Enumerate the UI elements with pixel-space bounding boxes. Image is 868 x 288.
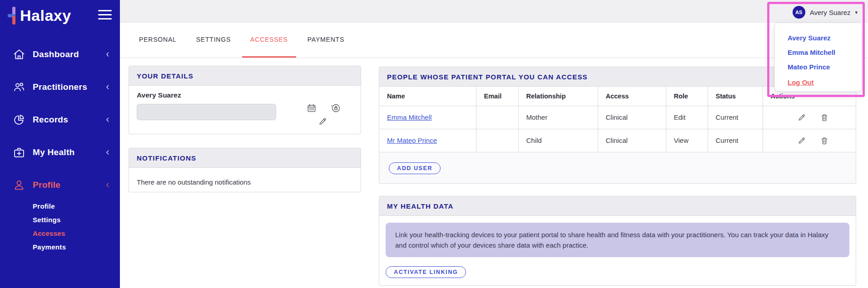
chevron-left-icon xyxy=(104,117,111,123)
halaxy-logo[interactable]: Halaxy xyxy=(7,5,71,26)
subnav-item-accesses[interactable]: Accesses xyxy=(0,227,120,240)
profile-icon xyxy=(13,179,25,191)
column-header-name: Name xyxy=(379,87,476,106)
details-field[interactable] xyxy=(137,104,276,120)
sidebar: Halaxy Dashboard Practitioners xyxy=(0,0,120,288)
subnav-item-payments[interactable]: Payments xyxy=(0,240,120,254)
caret-down-icon: ▾ xyxy=(855,10,858,15)
sidebar-item-label: Dashboard xyxy=(33,49,79,59)
delete-trash-icon[interactable] xyxy=(820,136,829,145)
menu-item-mateo-prince[interactable]: Mateo Prince xyxy=(788,60,861,74)
my-health-data-title: MY HEALTH DATA xyxy=(387,202,454,210)
user-dropdown-menu: Avery Suarez Emma Mitchell Mateo Prince … xyxy=(774,23,862,92)
notifications-title: NOTIFICATIONS xyxy=(137,154,196,162)
user-menu-trigger[interactable]: AS Avery Suarez ▾ xyxy=(793,6,858,19)
profile-subnav: Profile Settings Accesses Payments xyxy=(0,200,120,254)
sidebar-item-profile[interactable]: Profile xyxy=(0,169,120,201)
activate-linking-button[interactable]: ACTIVATE LINKING xyxy=(386,266,466,278)
table-row: Mr Mateo Prince Child Clinical View Curr… xyxy=(379,129,856,152)
cell-name: Emma Mitchell xyxy=(379,106,476,129)
sidebar-item-label: Profile xyxy=(33,180,60,190)
menu-item-emma-mitchell[interactable]: Emma Mitchell xyxy=(788,45,861,60)
avatar: AS xyxy=(793,6,805,19)
halaxy-plus-icon xyxy=(7,5,19,26)
user-name: Avery Suarez xyxy=(810,9,851,16)
sidebar-item-label: Practitioners xyxy=(33,82,87,92)
profile-tabbar: PERSONAL SETTINGS ACCESSES PAYMENTS xyxy=(120,23,868,58)
notifications-message: There are no outstanding notifications xyxy=(129,168,361,196)
halaxy-app: Halaxy Dashboard Practitioners xyxy=(0,0,868,288)
column-header-status: Status xyxy=(708,87,763,106)
cell-status: Current xyxy=(708,106,763,129)
cell-name: Mr Mateo Prince xyxy=(379,129,476,152)
calendar-icon[interactable] xyxy=(307,103,317,113)
column-header-relationship: Relationship xyxy=(518,87,598,106)
column-header-access: Access xyxy=(598,87,666,106)
sidebar-item-practitioners[interactable]: Practitioners xyxy=(0,71,120,103)
hamburger-menu-icon[interactable] xyxy=(98,10,112,20)
cell-access: Clinical xyxy=(598,129,666,152)
card-header: MY HEALTH DATA xyxy=(379,196,856,216)
home-icon xyxy=(13,48,25,61)
card-header: YOUR DETAILS xyxy=(129,66,361,86)
tab-personal[interactable]: PERSONAL xyxy=(131,23,185,58)
sidebar-item-label: My Health xyxy=(33,147,74,157)
my-health-icon xyxy=(13,146,25,159)
cell-role: View xyxy=(666,129,708,152)
chevron-left-icon xyxy=(104,182,111,188)
menu-item-avery-suarez[interactable]: Avery Suarez xyxy=(788,31,861,45)
portal-access-table: Name Email Relationship Access Role Stat… xyxy=(379,87,856,152)
sidebar-item-my-health[interactable]: My Health xyxy=(0,136,120,169)
column-header-role: Role xyxy=(666,87,708,106)
reset-password-lock-icon[interactable] xyxy=(330,103,340,112)
chevron-left-icon xyxy=(104,84,111,90)
patient-link[interactable]: Mr Mateo Prince xyxy=(387,137,437,144)
my-health-data-body: Link your health-tracking devices to you… xyxy=(379,216,856,285)
cell-actions xyxy=(763,106,856,129)
health-linking-info: Link your health-tracking devices to you… xyxy=(386,223,849,257)
tab-payments[interactable]: PAYMENTS xyxy=(299,23,352,58)
column-header-email: Email xyxy=(476,87,518,106)
chevron-left-icon xyxy=(104,51,111,58)
edit-pencil-icon[interactable] xyxy=(318,117,328,127)
delete-trash-icon[interactable] xyxy=(820,113,829,122)
card-header: NOTIFICATIONS xyxy=(129,148,361,168)
edit-pencil-icon[interactable] xyxy=(797,136,806,145)
add-user-button[interactable]: ADD USER xyxy=(389,162,441,174)
notifications-card: NOTIFICATIONS There are no outstanding n… xyxy=(129,148,361,192)
cell-relationship: Child xyxy=(518,129,598,152)
subnav-item-profile[interactable]: Profile xyxy=(0,200,120,213)
cell-actions xyxy=(763,129,856,152)
tab-accesses[interactable]: ACCESSES xyxy=(242,23,296,58)
cell-role: Edit xyxy=(666,106,708,129)
top-bar xyxy=(120,0,868,23)
your-details-title: YOUR DETAILS xyxy=(137,72,193,80)
sidebar-item-dashboard[interactable]: Dashboard xyxy=(0,38,120,71)
cell-relationship: Mother xyxy=(518,106,598,129)
portal-access-title: PEOPLE WHOSE PATIENT PORTAL YOU CAN ACCE… xyxy=(387,73,588,81)
menu-item-log-out[interactable]: Log Out xyxy=(788,75,861,90)
chevron-left-icon xyxy=(104,149,111,156)
practitioners-icon xyxy=(13,81,25,93)
table-row: Emma Mitchell Mother Clinical Edit Curre… xyxy=(379,106,856,129)
cell-access: Clinical xyxy=(598,106,666,129)
my-health-data-card: MY HEALTH DATA Link your health-tracking… xyxy=(379,196,856,286)
subnav-item-settings[interactable]: Settings xyxy=(0,213,120,227)
patient-link[interactable]: Emma Mitchell xyxy=(387,113,432,121)
edit-pencil-icon[interactable] xyxy=(797,113,806,122)
tab-settings[interactable]: SETTINGS xyxy=(188,23,239,58)
your-details-body: Avery Suarez xyxy=(129,86,361,134)
your-details-card: YOUR DETAILS Avery Suarez xyxy=(129,66,361,134)
logo-text: Halaxy xyxy=(20,7,71,24)
sidebar-nav: Dashboard Practitioners Records xyxy=(0,38,120,201)
cell-status: Current xyxy=(708,129,763,152)
cell-email xyxy=(476,129,518,152)
cell-email xyxy=(476,106,518,129)
table-footer: ADD USER xyxy=(379,152,856,185)
sidebar-item-label: Records xyxy=(33,115,68,125)
records-icon xyxy=(13,113,25,126)
sidebar-item-records[interactable]: Records xyxy=(0,103,120,136)
user-full-name: Avery Suarez xyxy=(137,91,181,99)
